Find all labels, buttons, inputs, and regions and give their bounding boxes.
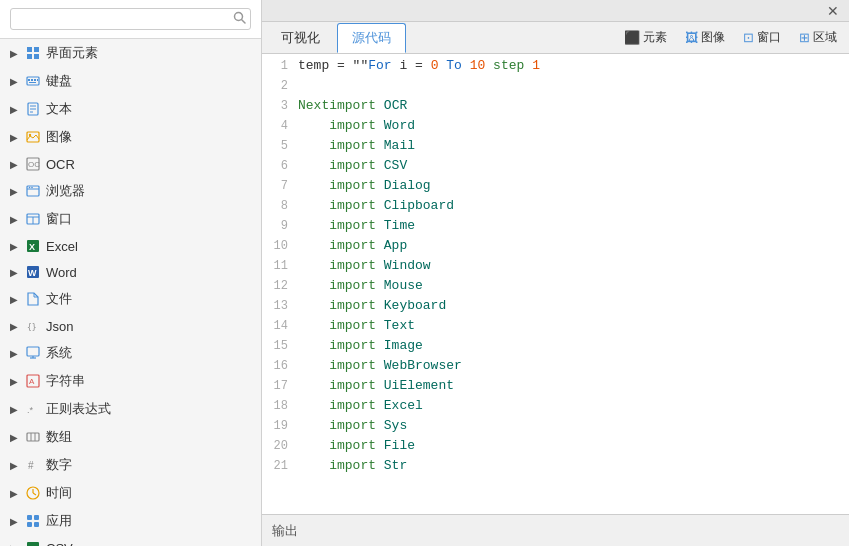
code-token: 0	[431, 58, 439, 73]
line-content: Nextimport OCR	[298, 98, 849, 113]
word-icon: W	[24, 264, 42, 280]
code-token: Keyboard	[376, 298, 446, 313]
line-number: 10	[262, 239, 298, 253]
sidebar-item-4[interactable]: ▶ OCR OCR	[0, 151, 261, 177]
tab-bar: 可视化 源代码 ⬛ 元素 🖼 图像 ⊡ 窗口 ⊞ 区域	[262, 22, 849, 54]
line-number: 3	[262, 99, 298, 113]
code-token: step	[493, 58, 524, 73]
tab-element-btn[interactable]: ⬛ 元素	[616, 26, 675, 49]
code-line: 4 import Word	[262, 118, 849, 138]
sidebar-item-label: OCR	[46, 157, 75, 172]
line-content	[298, 78, 849, 93]
svg-rect-8	[31, 79, 33, 81]
code-token: To	[446, 58, 462, 73]
sidebar-item-label: 正则表达式	[46, 400, 111, 418]
line-number: 19	[262, 419, 298, 433]
sidebar-item-5[interactable]: ▶ 浏览器	[0, 177, 261, 205]
tab-element-label: 元素	[643, 29, 667, 46]
code-line: 10 import App	[262, 238, 849, 258]
svg-text:A: A	[29, 377, 35, 386]
sidebar-item-7[interactable]: ▶ X Excel	[0, 233, 261, 259]
arrow-icon: ▶	[10, 214, 20, 225]
line-number: 11	[262, 259, 298, 273]
sidebar-item-6[interactable]: ▶ 窗口	[0, 205, 261, 233]
code-token: 1	[532, 58, 540, 73]
tab-source[interactable]: 源代码	[337, 23, 406, 53]
tab-region-btn[interactable]: ⊞ 区域	[791, 26, 845, 49]
code-token: import	[298, 378, 376, 393]
svg-rect-4	[27, 54, 32, 59]
sidebar-item-3[interactable]: ▶ 图像	[0, 123, 261, 151]
line-content: import Time	[298, 218, 849, 233]
code-token: Image	[376, 338, 423, 353]
line-number: 9	[262, 219, 298, 233]
code-token: Text	[376, 318, 415, 333]
code-token: import	[298, 118, 376, 133]
sidebar-item-label: 窗口	[46, 210, 72, 228]
sidebar-item-9[interactable]: ▶ 文件	[0, 285, 261, 313]
line-content: import Image	[298, 338, 849, 353]
code-line: 12 import Mouse	[262, 278, 849, 298]
code-line: 17 import UiElement	[262, 378, 849, 398]
sidebar-item-label: 文件	[46, 290, 72, 308]
line-content: import Mouse	[298, 278, 849, 293]
tab-image-btn[interactable]: 🖼 图像	[677, 26, 733, 49]
sidebar-item-13[interactable]: ▶ .* 正则表达式	[0, 395, 261, 423]
svg-text:OCR: OCR	[28, 160, 40, 169]
code-token: import	[298, 298, 376, 313]
sidebar-item-17[interactable]: ▶ 应用	[0, 507, 261, 535]
sidebar-item-10[interactable]: ▶ {} Json	[0, 313, 261, 339]
code-token: import	[298, 238, 376, 253]
code-container[interactable]: 1temp = ""For i = 0 To 10 step 12 3Nexti…	[262, 54, 849, 514]
code-line: 9 import Time	[262, 218, 849, 238]
close-button[interactable]: ✕	[823, 3, 843, 19]
sidebar-item-label: Excel	[46, 239, 78, 254]
line-content: import CSV	[298, 158, 849, 173]
sidebar-item-label: 应用	[46, 512, 72, 530]
image-icon: 🖼	[685, 30, 698, 45]
arrow-icon: ▶	[10, 404, 20, 415]
tab-visual[interactable]: 可视化	[266, 23, 335, 53]
code-token: Time	[376, 218, 415, 233]
line-content: import Excel	[298, 398, 849, 413]
sidebar-item-16[interactable]: ▶ 时间	[0, 479, 261, 507]
region-icon: ⊞	[799, 30, 810, 45]
line-content: import Text	[298, 318, 849, 333]
code-token: import	[298, 258, 376, 273]
sidebar-item-1[interactable]: ▶ 键盘	[0, 67, 261, 95]
sidebar-item-2[interactable]: ▶ 文本	[0, 95, 261, 123]
sidebar-item-label: Word	[46, 265, 77, 280]
editor-area: 1temp = ""For i = 0 To 10 step 12 3Nexti…	[262, 54, 849, 546]
code-token: Mail	[376, 138, 415, 153]
window-icon: ⊡	[743, 30, 754, 45]
sidebar-item-label: 系统	[46, 344, 72, 362]
svg-rect-45	[27, 515, 32, 520]
code-token: import	[298, 158, 376, 173]
tab-actions: ⬛ 元素 🖼 图像 ⊡ 窗口 ⊞ 区域	[616, 26, 845, 49]
line-number: 2	[262, 79, 298, 93]
sidebar-item-label: 时间	[46, 484, 72, 502]
svg-rect-10	[37, 79, 38, 81]
sidebar-item-8[interactable]: ▶ W Word	[0, 259, 261, 285]
arrow-icon: ▶	[10, 104, 20, 115]
sidebar-item-11[interactable]: ▶ 系统	[0, 339, 261, 367]
tab-window-btn[interactable]: ⊡ 窗口	[735, 26, 789, 49]
arrow-icon: ▶	[10, 294, 20, 305]
code-token: 10	[470, 58, 486, 73]
arrow-icon: ▶	[10, 376, 20, 387]
sidebar-item-12[interactable]: ▶ A 字符串	[0, 367, 261, 395]
sidebar-item-15[interactable]: ▶ # 数字	[0, 451, 261, 479]
sidebar-item-0[interactable]: ▶ 界面元素	[0, 39, 261, 67]
sidebar-item-18[interactable]: ▶ CSV CSV	[0, 535, 261, 546]
code-token: import	[298, 358, 376, 373]
code-token: import	[298, 198, 376, 213]
search-input[interactable]	[10, 8, 251, 30]
line-number: 18	[262, 399, 298, 413]
arrow-icon: ▶	[10, 348, 20, 359]
code-line: 19 import Sys	[262, 418, 849, 438]
code-token: Mouse	[376, 278, 423, 293]
line-number: 5	[262, 139, 298, 153]
sidebar-item-14[interactable]: ▶ 数组	[0, 423, 261, 451]
arr-icon	[24, 429, 42, 445]
search-bar	[0, 0, 261, 39]
